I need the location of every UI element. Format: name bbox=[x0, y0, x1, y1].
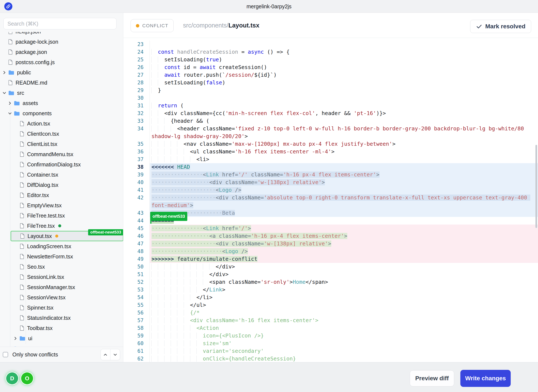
tree-item-label: StatusIndicator.tsx bbox=[27, 315, 71, 321]
next-conflict-button[interactable] bbox=[110, 349, 120, 360]
tree-item-NewsletterForm.tsx[interactable]: NewsletterForm.tsx bbox=[0, 251, 123, 262]
tree-item-ClientIcon.tsx[interactable]: ClientIcon.tsx bbox=[0, 129, 123, 139]
tree-item-label: ui bbox=[28, 335, 32, 341]
line-number: 48 bbox=[124, 247, 150, 255]
previous-conflict-button[interactable] bbox=[101, 349, 110, 360]
tree-item-Layout.tsx[interactable]: Layout.tsxoffbeat-newt533 bbox=[11, 231, 123, 241]
chevron-right-icon[interactable] bbox=[8, 101, 12, 105]
tree-item-Toolbar.tsx[interactable]: Toolbar.tsx bbox=[0, 323, 123, 333]
line-number: 31 bbox=[124, 102, 150, 109]
line-number: 33 bbox=[124, 117, 150, 125]
line-number: 27 bbox=[124, 71, 150, 79]
tree-item-label: assets bbox=[23, 100, 38, 106]
code-editor[interactable]: 2324 const handleCreateSession = async (… bbox=[124, 38, 538, 362]
line-number: 23 bbox=[124, 41, 150, 48]
file-icon bbox=[20, 203, 24, 208]
tree-item-components[interactable]: components bbox=[0, 108, 123, 118]
tree-item-Action.tsx[interactable]: Action.tsx bbox=[0, 118, 123, 129]
file-icon bbox=[20, 141, 24, 147]
tree-item-nextjs.json[interactable]: nextjs.json bbox=[0, 32, 123, 37]
preview-diff-button[interactable]: Preview diff bbox=[410, 370, 454, 387]
tree-item-Spinner.tsx[interactable]: Spinner.tsx bbox=[0, 303, 123, 313]
tree-item-label: NewsletterForm.tsx bbox=[27, 253, 73, 260]
chevron-down-icon[interactable] bbox=[8, 112, 12, 115]
line-number: 51 bbox=[124, 271, 150, 278]
scrollbar-thumb[interactable] bbox=[535, 145, 537, 228]
tree-item-DiffDialog.tsx[interactable]: DiffDialog.tsx bbox=[0, 180, 123, 190]
tree-item-label: LoadingScreen.tsx bbox=[27, 243, 71, 249]
code-line-28: 28 setIsLoading(false) bbox=[124, 79, 538, 87]
line-number: 57 bbox=[124, 317, 150, 324]
tree-item-ConfirmationDialog.tsx[interactable]: ConfirmationDialog.tsx bbox=[0, 159, 123, 170]
conflict-navigation bbox=[100, 349, 120, 360]
tree-item-public[interactable]: public bbox=[0, 67, 123, 78]
write-changes-button[interactable]: Write changes bbox=[460, 370, 511, 387]
tree-item-StatusIndicator.tsx[interactable]: StatusIndicator.tsx bbox=[0, 313, 123, 323]
file-icon bbox=[8, 80, 13, 85]
file-icon bbox=[20, 325, 24, 331]
tree-item-folder-clipped[interactable] bbox=[0, 343, 123, 347]
tree-item-LoadingScreen.tsx[interactable]: LoadingScreen.tsx bbox=[0, 241, 123, 251]
avatar[interactable]: O bbox=[21, 372, 33, 384]
chevron-down-icon[interactable] bbox=[3, 91, 6, 95]
code-line-44: 44offbeat-newt533======= bbox=[124, 217, 538, 224]
code-line-62: 62 onClick={handleCreateSession} bbox=[124, 355, 538, 362]
tree-item-label: public bbox=[17, 70, 31, 76]
tree-item-package-lock.json[interactable]: package-lock.json bbox=[0, 37, 123, 47]
app-window: mergelink-0arpy2js nextjs.jsonpackage-lo… bbox=[0, 0, 538, 392]
tree-item-ui[interactable]: ui bbox=[0, 333, 123, 343]
code-line-60: 60 size='sm' bbox=[124, 340, 538, 347]
tree-item-label: package-lock.json bbox=[16, 39, 58, 45]
line-number: 60 bbox=[124, 340, 150, 347]
line-number: 45 bbox=[124, 224, 150, 232]
line-number: 42 bbox=[124, 194, 150, 209]
tree-item-Editor.tsx[interactable]: Editor.tsx bbox=[0, 190, 123, 200]
avatar[interactable]: D bbox=[6, 372, 18, 384]
sidebar: nextjs.jsonpackage-lock.jsonpackage.json… bbox=[0, 13, 123, 362]
tree-item-SessionLink.tsx[interactable]: SessionLink.tsx bbox=[0, 272, 123, 282]
tree-item-src[interactable]: src bbox=[0, 88, 123, 98]
code-line-25: 25 setIsLoading(true) bbox=[124, 56, 538, 64]
file-tree: nextjs.jsonpackage-lock.jsonpackage.json… bbox=[0, 32, 123, 347]
window-title: mergelink-0arpy2js bbox=[0, 0, 538, 13]
tree-item-label: FileTree.tsx bbox=[27, 223, 55, 229]
file-icon bbox=[20, 264, 24, 270]
file-icon bbox=[20, 233, 25, 239]
line-number: 36 bbox=[124, 148, 150, 155]
code-line-49: 49>>>>>>> feature/simulate-conflict bbox=[124, 255, 538, 263]
code-line-31: 31 return ( bbox=[124, 102, 538, 109]
code-content: 2324 const handleCreateSession = async (… bbox=[124, 41, 538, 362]
tree-item-package.json[interactable]: package.json bbox=[0, 47, 123, 57]
tree-item-FileTree.test.tsx[interactable]: FileTree.test.tsx bbox=[0, 210, 123, 221]
file-icon bbox=[20, 151, 24, 157]
conflict-status-dot bbox=[55, 235, 58, 238]
tree-item-SessionView.tsx[interactable]: SessionView.tsx bbox=[0, 292, 123, 303]
tree-item-EmptyView.tsx[interactable]: EmptyView.tsx bbox=[0, 200, 123, 210]
code-line-57: 57 <div className='h-16 flex items-cente… bbox=[124, 317, 538, 324]
line-number: 47 bbox=[124, 240, 150, 247]
file-icon bbox=[20, 172, 24, 177]
tree-item-SessionManager.tsx[interactable]: SessionManager.tsx bbox=[0, 282, 123, 292]
code-line-41: 41····················<Logo /> bbox=[124, 186, 538, 194]
tree-item-assets[interactable]: assets bbox=[0, 98, 123, 108]
tree-item-Seo.tsx[interactable]: Seo.tsx bbox=[0, 262, 123, 272]
line-number: 26 bbox=[124, 64, 150, 71]
code-line-38: 38<<<<<<< HEAD bbox=[124, 163, 538, 171]
mark-resolved-button[interactable]: Mark resolved bbox=[470, 20, 531, 33]
line-number: 52 bbox=[124, 278, 150, 286]
search-input[interactable] bbox=[3, 18, 116, 29]
tree-item-Container.tsx[interactable]: Container.tsx bbox=[0, 170, 123, 180]
chevron-right-icon[interactable] bbox=[14, 337, 17, 340]
tree-item-label: CommandMenu.tsx bbox=[27, 151, 73, 157]
branch-badge: offbeat-newt533 bbox=[88, 229, 123, 235]
tree-item-label: Action.tsx bbox=[27, 121, 50, 127]
line-number: 32 bbox=[124, 109, 150, 117]
line-number: 30 bbox=[124, 94, 150, 102]
tree-item-README.md[interactable]: README.md bbox=[0, 78, 123, 88]
tree-item-postcss.config.js[interactable]: postcss.config.js bbox=[0, 57, 123, 67]
tree-item-ClientList.tsx[interactable]: ClientList.tsx bbox=[0, 139, 123, 149]
only-show-conflicts-checkbox[interactable] bbox=[3, 352, 8, 357]
chevron-right-icon[interactable] bbox=[3, 71, 6, 74]
branch-badge: offbeat-newt533 bbox=[150, 212, 187, 221]
tree-item-CommandMenu.tsx[interactable]: CommandMenu.tsx bbox=[0, 149, 123, 159]
